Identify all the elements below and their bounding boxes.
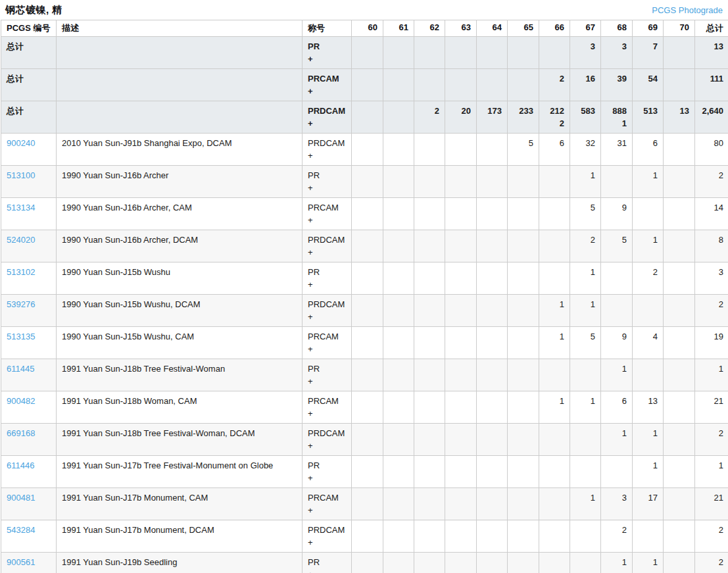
total-cell: 3 [695, 262, 728, 295]
grade-65-cell [508, 230, 539, 262]
designation-line: PRDCAM [308, 105, 346, 117]
grade-count: 31 [606, 137, 627, 149]
pcgs-number-link[interactable]: 513135 [7, 332, 35, 341]
grade-60-cell [352, 456, 383, 488]
grade-63-cell [445, 37, 477, 69]
total-cell: 13 [695, 37, 728, 69]
grade-64-cell [477, 520, 508, 553]
grade-60-cell [352, 262, 383, 295]
grade-count: 513 [638, 105, 658, 117]
grade-64-cell [477, 230, 508, 262]
pcgs-number-link[interactable]: 900561 [7, 557, 35, 567]
grade-67-cell: 5 [570, 198, 601, 230]
pcgs-photograde-link[interactable]: PCGS Photograde [652, 5, 723, 15]
pcgs-number-link[interactable]: 900482 [7, 396, 35, 406]
grade-70-cell [664, 520, 695, 553]
grade-count: 9 [606, 330, 627, 343]
grade-count: 3 [606, 491, 627, 504]
grade-count: 173 [482, 105, 502, 117]
designation-cell: PR+ [303, 553, 352, 573]
total-cell: 2,640 [695, 101, 728, 134]
table-row: 5432841991 Yuan Sun-J17b Monument, DCAMP… [1, 520, 728, 553]
description-cell [57, 69, 303, 101]
description-cell: 1991 Yuan Sun-J18b Tree Festival-Woman, … [57, 424, 303, 456]
grade-62-cell [414, 424, 445, 456]
grade-63-cell [445, 327, 477, 359]
total-cell: 14 [695, 198, 728, 230]
pcgs-number-link[interactable]: 611446 [7, 461, 34, 470]
grade-68-cell: 39 [601, 69, 633, 101]
pcgs-number-link[interactable]: 524020 [7, 235, 35, 245]
table-row: 5131021990 Yuan Sun-J15b WushuPR+123 [1, 262, 728, 295]
table-row: 6114461991 Yuan Sun-J17b Tree Festival-M… [1, 456, 728, 488]
grade-63-cell [445, 69, 477, 101]
grade-count: 5 [575, 201, 595, 214]
grade-64-cell [477, 198, 508, 230]
pcgs-number-link[interactable]: 543284 [7, 525, 35, 535]
pcgs-number-cell: 513100 [1, 166, 57, 198]
grade-count: 2 [575, 234, 595, 246]
designation-line: + [308, 375, 346, 387]
column-header-63: 63 [445, 20, 477, 37]
designation-line: PRCAM [308, 201, 346, 214]
grade-67-cell: 1 [570, 295, 601, 327]
pcgs-number-link[interactable]: 513102 [7, 267, 35, 277]
pcgs-number-link[interactable]: 669168 [7, 428, 35, 438]
pcgs-number-link[interactable]: 900240 [7, 138, 35, 148]
grade-61-cell [383, 262, 414, 295]
grade-69-cell [633, 520, 664, 553]
description-cell: 2010 Yuan Sun-J91b Shanghai Expo, DCAM [57, 134, 303, 166]
designation-line: + [308, 53, 346, 65]
description-cell: 1990 Yuan Sun-J16b Archer [57, 166, 303, 198]
grade-count: 1 [575, 298, 595, 311]
grade-68-cell: 2 [601, 520, 633, 553]
grade-63-cell [445, 359, 477, 391]
grade-62-cell [414, 295, 445, 327]
pcgs-number-cell: 总计 [1, 101, 57, 134]
total-row: 总计PRDCAM+22017323321225838881513132,640 [1, 101, 728, 134]
total-cell: 1 [695, 456, 728, 488]
grade-65-cell [508, 359, 539, 391]
grade-60-cell [352, 134, 383, 166]
pcgs-number-link[interactable]: 539276 [7, 299, 35, 309]
grade-count: 5 [513, 137, 533, 149]
pcgs-number-link[interactable]: 611445 [7, 364, 34, 374]
designation-line: PRDCAM [308, 298, 346, 311]
grade-65-cell [508, 424, 539, 456]
grade-65-cell [508, 456, 539, 488]
grade-66-cell [539, 37, 570, 69]
designation-line: + [308, 472, 346, 484]
grade-63-cell [445, 456, 477, 488]
grade-70-cell [664, 327, 695, 359]
grade-63-cell [445, 262, 477, 295]
grade-64-cell [477, 553, 508, 573]
grade-62-cell [414, 198, 445, 230]
pcgs-number-link[interactable]: 900481 [7, 493, 35, 503]
total-cell: 21 [695, 391, 728, 424]
grade-66-cell [539, 198, 570, 230]
grade-61-cell [383, 488, 414, 520]
grade-63-cell [445, 166, 477, 198]
pcgs-number-cell: 524020 [1, 230, 57, 262]
table-row: 9005611991 Yuan Sun-J19b SeedlingPR+112 [1, 553, 728, 573]
designation-cell: PRDCAM+ [303, 230, 352, 262]
grade-67-cell: 1 [570, 166, 601, 198]
pcgs-number-link[interactable]: 513134 [7, 203, 35, 212]
grade-68-cell [601, 262, 633, 295]
table-row: 6114451991 Yuan Sun-J18b Tree Festival-W… [1, 359, 728, 391]
designation-line: PRDCAM [308, 234, 346, 246]
grade-65-cell [508, 488, 539, 520]
total-cell: 2 [695, 295, 728, 327]
grade-69-cell: 4 [633, 327, 664, 359]
grade-64-cell [477, 391, 508, 424]
pcgs-number-link[interactable]: 513100 [7, 170, 35, 180]
grade-67-cell: 32 [570, 134, 601, 166]
grade-count: 1 [606, 427, 627, 439]
grade-69-cell: 1 [633, 553, 664, 573]
grade-count: 3 [575, 40, 595, 53]
total-row: 总计PR+33713 [1, 37, 728, 69]
grade-60-cell [352, 488, 383, 520]
grade-65-cell [508, 520, 539, 553]
grade-66-cell: 2 [539, 69, 570, 101]
grade-63-cell [445, 424, 477, 456]
